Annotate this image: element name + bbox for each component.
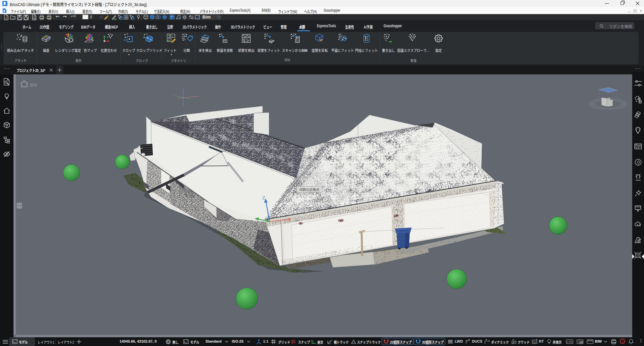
svg-text:Z: Z [262, 195, 265, 200]
svg-text:CTRL: CTRL [567, 341, 573, 343]
svg-text:建物: 建物 [30, 83, 37, 87]
svg-text:点群の近接点: 点群の近接点 [299, 188, 319, 192]
